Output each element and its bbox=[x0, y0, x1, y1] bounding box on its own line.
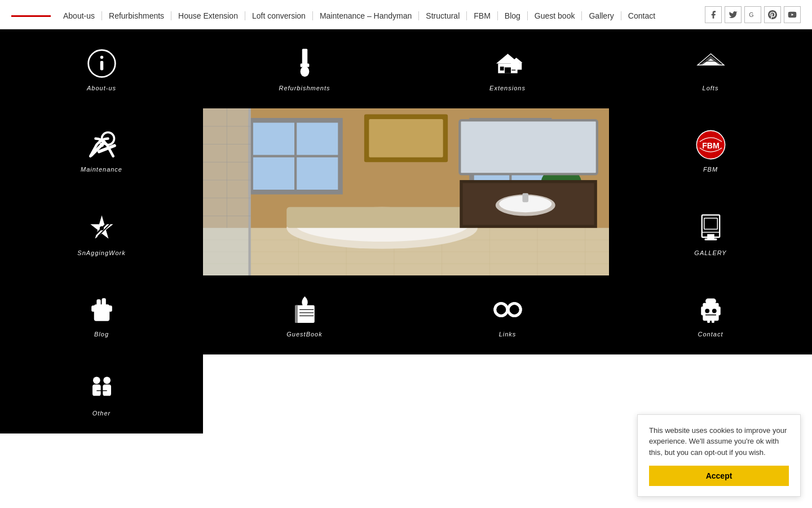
links-icon bbox=[491, 292, 524, 326]
google-icon[interactable]: G bbox=[744, 6, 761, 23]
svg-text:FBM: FBM bbox=[702, 141, 720, 150]
grid-cell-about[interactable]: About-us bbox=[0, 29, 203, 108]
svg-rect-86 bbox=[295, 305, 315, 323]
svg-rect-10 bbox=[500, 67, 504, 71]
svg-point-75 bbox=[99, 226, 103, 230]
svg-rect-87 bbox=[295, 305, 298, 323]
svg-rect-81 bbox=[94, 304, 109, 321]
grid-cell-snagging[interactable]: SnAggingWork bbox=[0, 192, 203, 275]
svg-rect-96 bbox=[703, 303, 718, 321]
pinterest-icon[interactable] bbox=[764, 6, 781, 23]
nav-structural[interactable]: Structural bbox=[419, 11, 467, 20]
links-label: Links bbox=[499, 331, 517, 338]
svg-rect-108 bbox=[103, 384, 111, 396]
svg-rect-60 bbox=[460, 120, 597, 174]
grid-cell-photo bbox=[203, 108, 609, 275]
grid-cell-refurbishments[interactable]: Refurbishments bbox=[203, 29, 406, 108]
svg-rect-82 bbox=[96, 299, 100, 307]
cookie-text: This website uses cookies to improve you… bbox=[649, 425, 789, 458]
nav-loft-conversion[interactable]: Loft conversion bbox=[245, 11, 313, 20]
blog-label: Blog bbox=[94, 331, 109, 338]
gallery-label: GALLERY bbox=[694, 249, 726, 256]
about-label: About-us bbox=[87, 85, 116, 91]
tools-icon bbox=[85, 128, 118, 161]
svg-rect-5 bbox=[302, 49, 307, 64]
nav: About-us Refurbishments House Extension … bbox=[56, 6, 662, 26]
svg-rect-84 bbox=[91, 305, 95, 312]
nav-blog[interactable]: Blog bbox=[498, 11, 528, 20]
nav-guest-book[interactable]: Guest book bbox=[528, 11, 582, 20]
svg-rect-51 bbox=[286, 207, 478, 228]
refurbishments-label: Refurbishments bbox=[279, 85, 330, 91]
guestbook-label: GuestBook bbox=[286, 331, 322, 338]
social-icons: G bbox=[705, 6, 801, 23]
lofts-label: Lofts bbox=[703, 85, 719, 91]
cookie-accept-button[interactable]: Accept bbox=[649, 466, 789, 486]
grid-cell-links[interactable]: Links bbox=[406, 275, 609, 354]
grid-cell-contact[interactable]: Contact bbox=[609, 275, 812, 354]
svg-point-25 bbox=[99, 142, 103, 146]
svg-rect-4 bbox=[100, 60, 103, 70]
svg-text:G: G bbox=[749, 11, 753, 18]
svg-rect-14 bbox=[511, 63, 522, 69]
svg-point-107 bbox=[103, 376, 111, 384]
nav-maintenance[interactable]: Maintenance – Handyman bbox=[313, 11, 419, 20]
star-tools-icon bbox=[85, 211, 118, 245]
grid-cell-blog[interactable]: Blog bbox=[0, 275, 203, 354]
info-icon bbox=[85, 46, 118, 80]
svg-rect-44 bbox=[369, 119, 443, 157]
main-grid: About-us Refurbishments E bbox=[0, 29, 812, 433]
nav-contact[interactable]: Contact bbox=[621, 11, 662, 20]
svg-point-98 bbox=[712, 309, 716, 313]
fbm-label: FBM bbox=[703, 166, 718, 173]
svg-rect-85 bbox=[108, 305, 112, 312]
nav-fbm[interactable]: FBM bbox=[467, 11, 498, 20]
nav-refurbishments[interactable]: Refurbishments bbox=[102, 11, 171, 20]
svg-rect-99 bbox=[701, 306, 704, 316]
grid-cell-extensions[interactable]: Extensions bbox=[406, 29, 609, 108]
grid-cell-guestbook[interactable]: GuestBook bbox=[203, 275, 406, 354]
logo-line bbox=[11, 15, 51, 17]
grid-cell-other[interactable]: Other bbox=[0, 354, 203, 433]
brush-icon bbox=[288, 46, 321, 80]
cookie-banner: This website uses cookies to improve you… bbox=[637, 414, 801, 497]
contact-label: Contact bbox=[698, 331, 723, 338]
maintenance-label: Maintenance bbox=[81, 166, 122, 173]
svg-point-105 bbox=[92, 376, 100, 384]
nav-gallery[interactable]: Gallery bbox=[582, 11, 621, 20]
svg-rect-83 bbox=[102, 298, 105, 307]
svg-rect-100 bbox=[718, 306, 721, 316]
house-icon bbox=[491, 46, 524, 80]
grid-cell-gallery[interactable]: GALLERY bbox=[609, 192, 812, 275]
grid-cell-fbm[interactable]: FBM FBM bbox=[609, 108, 812, 192]
roof-icon bbox=[694, 46, 727, 80]
facebook-icon[interactable] bbox=[705, 6, 722, 23]
blog-icon bbox=[85, 292, 118, 326]
fbm-icon: FBM bbox=[694, 128, 727, 161]
svg-rect-59 bbox=[522, 193, 528, 202]
youtube-icon[interactable] bbox=[784, 6, 801, 23]
other-label: Other bbox=[92, 410, 111, 417]
grid-cell-lofts[interactable]: Lofts bbox=[609, 29, 812, 108]
nav-about[interactable]: About-us bbox=[56, 11, 102, 20]
svg-rect-103 bbox=[705, 299, 716, 304]
svg-rect-77 bbox=[704, 218, 717, 229]
header: About-us Refurbishments House Extension … bbox=[0, 0, 812, 29]
svg-rect-106 bbox=[92, 384, 101, 396]
other-icon bbox=[85, 371, 118, 405]
contact-icon bbox=[694, 292, 727, 326]
svg-point-7 bbox=[300, 66, 309, 77]
twitter-icon[interactable] bbox=[725, 6, 742, 23]
nav-house-extension[interactable]: House Extension bbox=[171, 11, 245, 20]
svg-rect-101 bbox=[707, 318, 710, 323]
grid-cell-maintenance[interactable]: Maintenance bbox=[0, 108, 203, 192]
svg-rect-80 bbox=[704, 238, 717, 240]
extensions-label: Extensions bbox=[489, 85, 526, 91]
svg-point-97 bbox=[705, 309, 709, 313]
logo-area bbox=[11, 15, 56, 17]
gallery-icon bbox=[694, 211, 727, 245]
svg-rect-102 bbox=[712, 318, 714, 323]
snagging-label: SnAggingWork bbox=[77, 249, 125, 256]
guestbook-icon bbox=[288, 292, 321, 326]
svg-point-3 bbox=[100, 55, 103, 59]
